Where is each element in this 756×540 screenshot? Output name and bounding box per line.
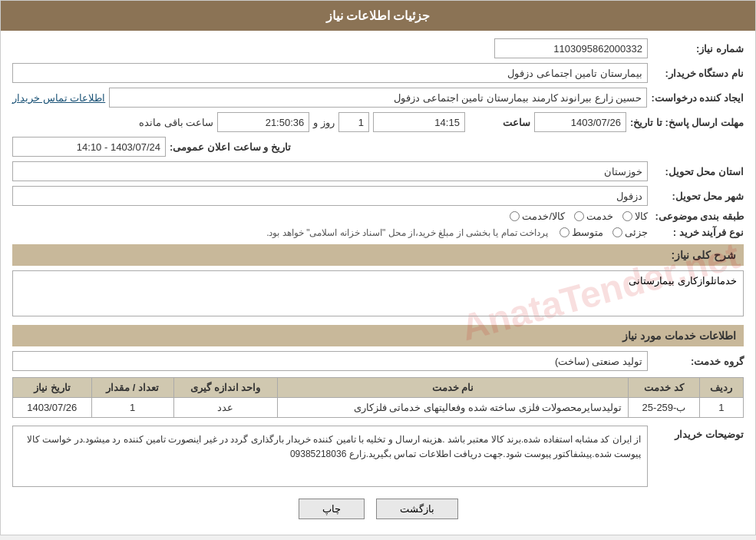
استان-value: خوزستان xyxy=(12,161,648,181)
ایجاد-کننده-value: حسین زارع بیرانوند کارمند بیمارستان تامی… xyxy=(109,88,647,108)
تاریخ-اعلان-label: تاریخ و ساعت اعلان عمومی: xyxy=(170,141,291,153)
تاریخ-مهلت: 1403/07/26 xyxy=(534,112,626,132)
گروه-خدمت-label: گروه خدمت: xyxy=(652,356,744,367)
col-تعداد: تعداد / مقدار xyxy=(91,378,173,398)
اطلاعات-تماس-link[interactable]: اطلاعات تماس خریدار xyxy=(12,92,105,104)
نام-دستگاه-value: بیمارستان تامین اجتماعی دزفول xyxy=(12,63,648,83)
تاریخ-اعلان-value: 1403/07/24 - 14:10 xyxy=(12,137,166,157)
radio-خدمت[interactable]: خدمت xyxy=(574,210,613,222)
شماره-نیاز-label: شماره نیاز: xyxy=(652,43,744,55)
cell-تاریخ: 1403/07/26 xyxy=(13,398,92,418)
شهر-label: شهر محل تحویل: xyxy=(652,190,744,202)
شرح-کلی-label: شرح کلی نیاز: xyxy=(672,249,736,261)
print-button[interactable]: چاپ xyxy=(299,499,365,519)
header-title: جزئیات اطلاعات نیاز xyxy=(326,9,431,22)
ساعت-label: ساعت xyxy=(469,117,530,128)
service-table: ردیف کد خدمت نام خدمت واحد اندازه گیری ت… xyxy=(12,377,744,418)
شرح-کلی-textarea[interactable] xyxy=(12,270,744,316)
col-نام-خدمت: نام خدمت xyxy=(277,378,629,398)
طبقه-radio-group: کالا خدمت کالا/خدمت xyxy=(510,210,648,222)
cell-واحد: عدد xyxy=(173,398,277,418)
شرح-کلی-section: شرح کلی نیاز: xyxy=(12,244,744,266)
طبقه-بندی-label: طبقه بندی موضوعی: xyxy=(652,210,744,222)
page-header: جزئیات اطلاعات نیاز xyxy=(1,1,755,31)
شماره-نیاز-value: 1103095862000332 xyxy=(494,38,648,58)
نوع-radio-group: جزئی متوسط xyxy=(560,227,648,238)
توضیحات-label: توضیحات خریدار xyxy=(652,429,744,440)
radio-متوسط[interactable]: متوسط xyxy=(560,227,603,238)
گروه-خدمت-value: تولید صنعتی (ساخت) xyxy=(12,351,648,371)
cell-تعداد: 1 xyxy=(91,398,173,418)
col-واحد: واحد اندازه گیری xyxy=(173,378,277,398)
اطلاعات-خدمات-section: اطلاعات خدمات مورد نیاز xyxy=(12,325,744,346)
notice-text: پرداخت تمام یا بخشی از مبلغ خرید،از محل … xyxy=(266,227,548,238)
شهر-value: دزفول xyxy=(12,186,648,206)
نوع-فرآیند-label: نوع فرآیند خرید : xyxy=(652,227,744,238)
col-ردیف: ردیف xyxy=(699,378,743,398)
روز-label: روز و xyxy=(313,117,335,128)
استان-label: استان محل تحویل: xyxy=(652,166,744,177)
اطلاعات-خدمات-label: اطلاعات خدمات مورد نیاز xyxy=(622,330,736,342)
مانده-value: 21:50:36 xyxy=(217,112,309,132)
radio-کالا[interactable]: کالا xyxy=(622,210,648,222)
مانده-label: ساعت باقی مانده xyxy=(139,117,213,128)
radio-جزئی[interactable]: جزئی xyxy=(612,227,648,238)
ساعت-value: 14:15 xyxy=(373,112,465,132)
back-button[interactable]: بازگشت xyxy=(376,499,458,519)
مهلت-label: مهلت ارسال پاسخ: تا تاریخ: xyxy=(630,117,744,128)
cell-کد-خدمت: ب-259-25 xyxy=(629,398,699,418)
نام-دستگاه-label: نام دستگاه خریدار: xyxy=(652,68,744,79)
col-کد-خدمت: کد خدمت xyxy=(629,378,699,398)
ایجاد-کننده-label: ایجاد کننده درخواست: xyxy=(651,92,744,104)
table-row: 1 ب-259-25 تولیدسایرمحصولات فلزی ساخته ش… xyxy=(13,398,744,418)
توضیحات-value: از ایران کد مشابه استفاده شده.برند کالا … xyxy=(12,426,648,487)
cell-ردیف: 1 xyxy=(699,398,743,418)
cell-نام-خدمت: تولیدسایرمحصولات فلزی ساخته شده وفعالیته… xyxy=(277,398,629,418)
radio-کالا-خدمت[interactable]: کالا/خدمت xyxy=(510,210,565,222)
col-تاریخ: تاریخ نیاز xyxy=(13,378,92,398)
button-row: بازگشت چاپ xyxy=(12,499,744,519)
روز-value: 1 xyxy=(338,112,369,132)
